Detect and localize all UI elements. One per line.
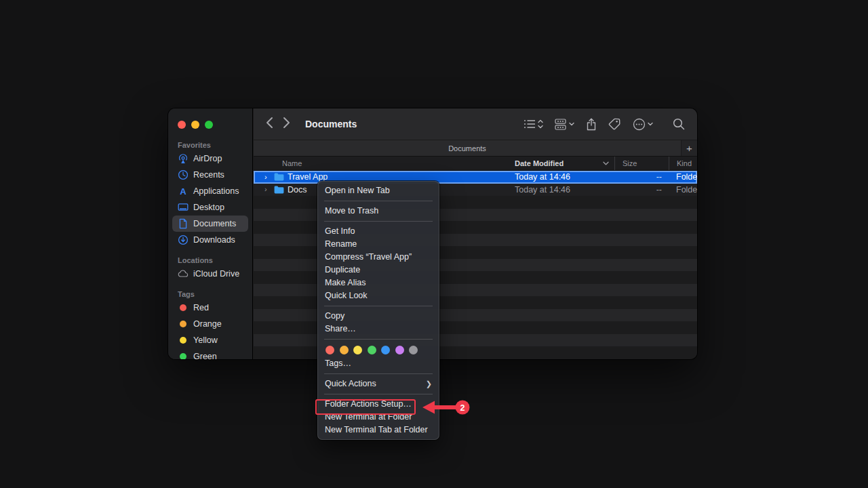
menu-item-compress-travel-app[interactable]: Compress “Travel App” [317,251,439,264]
menu-item-quick-actions[interactable]: Quick Actions❯ [317,378,439,390]
share-icon[interactable] [586,118,597,131]
size-cell: -- [614,185,669,195]
downloads-icon [178,235,189,245]
tab-bar: Documents + [254,140,697,156]
menu-item-rename[interactable]: Rename [317,238,439,251]
size-cell: -- [614,172,669,182]
menu-item-duplicate[interactable]: Duplicate [317,264,439,277]
sidebar-gap [168,282,252,289]
toolbar: Documents [254,108,697,140]
sidebar-item-airdrop[interactable]: AirDrop [172,150,248,167]
menu-item-share[interactable]: Share… [317,323,439,336]
desktop-background: FavoritesAirDropRecentsAApplicationsDesk… [0,0,868,488]
menu-item-copy[interactable]: Copy [317,310,439,323]
sidebar-item-label: Orange [193,319,222,329]
tag-color-dot[interactable] [395,346,404,354]
menu-item-tags[interactable]: Tags… [317,357,439,370]
menu-item-label: Compress “Travel App” [325,251,412,264]
sidebar-item-desktop[interactable]: Desktop [172,199,248,216]
sidebar-item-icloud-drive[interactable]: iCloud Drive [172,266,248,282]
sidebar-item-red[interactable]: Red [172,300,248,316]
disclosure-chevron-icon[interactable]: › [264,186,271,193]
disclosure-chevron-icon[interactable]: › [264,174,271,181]
desktop-icon [178,202,189,213]
sidebar-item-label: Red [193,303,209,312]
more-icon[interactable] [633,118,653,131]
column-size[interactable]: Size [614,157,669,170]
menu-item-label: Share… [325,323,356,336]
annotation-highlight-box [315,399,416,415]
sidebar-item-orange[interactable]: Orange [172,316,248,332]
column-header: Name Date Modified Size Kind [254,156,697,171]
menu-tag-colors [317,343,439,357]
sidebar-item-label: Recents [193,170,224,180]
menu-separator [324,306,433,306]
sidebar-item-recents[interactable]: Recents [172,167,248,183]
sidebar-section-label: Tags [168,289,252,300]
column-kind[interactable]: Kind [669,157,697,170]
menu-separator [324,339,433,340]
menu-item-get-info[interactable]: Get Info [317,225,439,238]
minimize-button[interactable] [191,121,199,129]
menu-item-label: Get Info [325,225,355,238]
new-tab-button[interactable]: + [682,140,697,156]
tag-color-dot [178,351,189,359]
kind-cell: Folder [669,172,697,182]
zoom-button[interactable] [205,121,213,129]
tag-icon[interactable] [608,118,621,130]
view-list-icon[interactable] [524,119,543,129]
menu-item-label: Tags… [325,357,351,370]
sidebar-item-downloads[interactable]: Downloads [172,232,248,248]
menu-item-make-alias[interactable]: Make Alias [317,277,439,289]
tag-color-dot[interactable] [326,346,334,354]
sidebar-item-label: AirDrop [193,154,222,163]
sidebar-item-green[interactable]: Green [172,348,248,359]
clock-icon [178,169,189,180]
menu-item-label: Open in New Tab [325,184,390,197]
tag-color-dot[interactable] [340,346,349,354]
document-icon [178,218,189,229]
menu-item-label: Copy [325,310,344,323]
applications-icon: A [178,186,189,197]
tag-color-dot[interactable] [368,346,376,354]
airdrop-icon [178,153,189,164]
back-button[interactable] [266,117,273,131]
sidebar-item-label: Green [193,352,217,359]
tag-color-dot[interactable] [409,346,418,354]
sidebar-item-documents[interactable]: Documents [172,216,248,232]
tag-color-dot [178,302,189,313]
search-icon[interactable] [673,118,685,130]
close-button[interactable] [178,121,186,129]
tag-color-dot[interactable] [381,346,390,354]
tag-color-dot [178,335,189,346]
sidebar-section-label: Favorites [168,140,252,150]
menu-separator [324,201,433,201]
kind-cell: Folder [669,185,697,195]
menu-item-label: Quick Look [325,289,368,302]
date-modified-cell: Today at 14:46 [515,172,614,182]
menu-item-label: Duplicate [325,264,360,277]
menu-item-quick-look[interactable]: Quick Look [317,289,439,302]
tab-documents[interactable]: Documents [254,140,682,156]
menu-item-move-to-trash[interactable]: Move to Trash [317,205,439,218]
menu-separator [324,221,433,222]
forward-button[interactable] [283,117,290,131]
date-modified-cell: Today at 14:46 [515,185,614,195]
sidebar-item-applications[interactable]: AApplications [172,183,248,199]
menu-item-new-terminal-tab-at-folder[interactable]: New Terminal Tab at Folder [317,424,439,436]
column-date-modified[interactable]: Date Modified [515,157,614,170]
svg-text:A: A [180,186,186,197]
annotation-arrow: 2 [418,395,472,420]
window-title: Documents [305,119,357,129]
menu-item-label: Quick Actions [325,378,376,390]
menu-separator [324,373,433,374]
menu-item-open-in-new-tab[interactable]: Open in New Tab [317,184,439,197]
column-name[interactable]: Name [254,157,515,170]
sidebar-gap [168,248,252,255]
traffic-lights [178,121,213,129]
tag-color-dot[interactable] [353,346,362,354]
menu-item-label: Make Alias [325,277,366,289]
group-by-icon[interactable] [555,119,574,130]
sidebar-item-yellow[interactable]: Yellow [172,332,248,348]
folder-icon [274,186,284,194]
